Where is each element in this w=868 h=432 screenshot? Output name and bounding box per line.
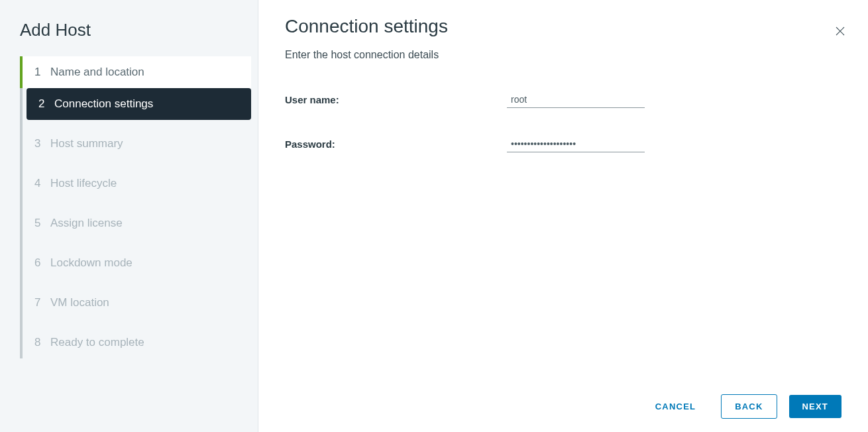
password-label: Password:: [285, 138, 507, 150]
step-label: Connection settings: [54, 97, 239, 111]
step-label: Host lifecycle: [50, 177, 246, 190]
back-button[interactable]: BACK: [721, 394, 777, 419]
step-host-summary: 3 Host summary: [23, 128, 258, 160]
next-button[interactable]: NEXT: [789, 395, 841, 418]
content-title: Connection settings: [285, 16, 841, 37]
step-number: 8: [34, 336, 49, 349]
step-label: Host summary: [50, 137, 246, 150]
step-connection-settings[interactable]: 2 Connection settings: [27, 88, 251, 120]
username-label: User name:: [285, 94, 507, 105]
wizard-title: Add Host: [0, 0, 258, 56]
wizard-sidebar: Add Host 1 Name and location 2 Connectio…: [0, 0, 258, 432]
step-vm-location: 7 VM location: [23, 287, 258, 319]
step-label: VM location: [50, 296, 246, 309]
step-label: Lockdown mode: [50, 256, 246, 270]
step-label: Assign license: [50, 217, 246, 230]
step-number: 5: [34, 217, 49, 230]
close-button[interactable]: [832, 24, 848, 40]
username-row: User name:: [285, 91, 841, 108]
step-number: 4: [34, 177, 49, 190]
step-label: Ready to complete: [50, 336, 246, 349]
cancel-button[interactable]: CANCEL: [642, 395, 709, 418]
step-host-lifecycle: 4 Host lifecycle: [23, 168, 258, 199]
step-label: Name and location: [50, 66, 239, 79]
wizard-steps: 1 Name and location 2 Connection setting…: [20, 56, 258, 358]
wizard-content: Connection settings Enter the host conne…: [258, 0, 868, 432]
step-number: 2: [38, 97, 53, 111]
step-number: 7: [34, 296, 49, 309]
username-input[interactable]: [507, 91, 645, 108]
step-ready-to-complete: 8 Ready to complete: [23, 327, 258, 358]
step-lockdown-mode: 6 Lockdown mode: [23, 247, 258, 279]
step-assign-license: 5 Assign license: [23, 207, 258, 239]
password-row: Password:: [285, 136, 841, 152]
step-name-and-location[interactable]: 1 Name and location: [20, 56, 251, 88]
step-number: 3: [34, 137, 49, 150]
content-subtitle: Enter the host connection details: [285, 49, 841, 61]
password-input[interactable]: [507, 136, 645, 152]
step-number: 6: [34, 256, 49, 270]
close-icon: [834, 25, 846, 39]
form-area: User name: Password:: [285, 91, 841, 386]
step-number: 1: [34, 66, 49, 79]
wizard-footer: CANCEL BACK NEXT: [285, 386, 841, 419]
